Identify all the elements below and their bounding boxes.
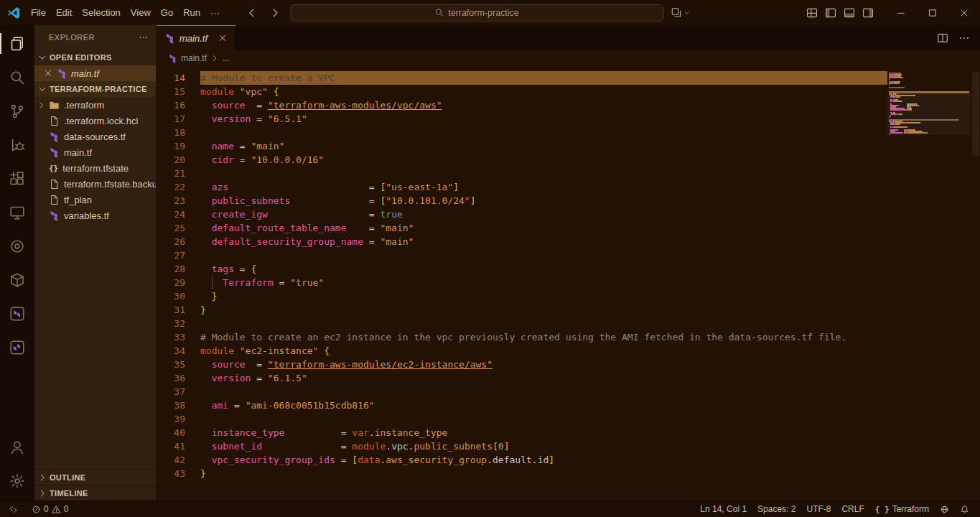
menu-run[interactable]: Run — [178, 5, 205, 20]
code-line-21[interactable]: 21 — [157, 167, 887, 180]
code-line-28[interactable]: 28 tags = { — [157, 262, 887, 276]
activity-run-debug-icon[interactable] — [0, 128, 34, 162]
code-line-41[interactable]: 41 subnet_id = module.vpc.public_subnets… — [157, 439, 887, 453]
code-line-17[interactable]: 17 version = "6.5.1" — [157, 112, 887, 126]
menu-file[interactable]: File — [26, 5, 51, 20]
code-line-24[interactable]: 24 create_igw = true — [157, 208, 887, 221]
code-editor[interactable]: 14# Module to create a VPC15module "vpc"… — [157, 66, 980, 500]
activity-extensions-icon[interactable] — [0, 162, 34, 195]
activity-terraform-ext-icon[interactable] — [0, 297, 34, 330]
code-line-25[interactable]: 25 default_route_table_name = "main" — [157, 221, 887, 235]
encoding[interactable]: UTF-8 — [803, 504, 834, 514]
breadcrumb-more[interactable]: ... — [223, 53, 230, 63]
file-row[interactable]: .terraform.lock.hcl — [34, 113, 156, 129]
activity-remote-explorer-icon[interactable] — [0, 195, 34, 229]
minimap[interactable] — [887, 71, 971, 500]
problems-indicator[interactable]: 0 0 — [28, 504, 72, 514]
code-line-15[interactable]: 15module "vpc" { — [157, 85, 887, 98]
code-line-18[interactable]: 18 — [157, 126, 887, 139]
line-number: 17 — [157, 112, 185, 126]
code-line-20[interactable]: 20 cidr = "10.0.0.0/16" — [157, 153, 887, 167]
code-line-38[interactable]: 38 ami = "ami-068c0051b15cdb816" — [157, 399, 887, 412]
close-window-button[interactable] — [948, 0, 980, 25]
file-row[interactable]: variables.tf — [34, 208, 156, 223]
section-workspace[interactable]: TERRAFORM-PRACTICE — [34, 81, 156, 97]
toggle-primary-sidebar-icon[interactable] — [825, 7, 836, 19]
section-outline[interactable]: OUTLINE — [34, 469, 156, 485]
file-row[interactable]: terraform.tfstate.backup — [34, 176, 156, 192]
live-share-indicator[interactable] — [936, 505, 953, 514]
notifications-bell[interactable] — [956, 505, 973, 514]
tab-main-tf[interactable]: main.tf — [157, 25, 236, 50]
breadcrumb[interactable]: main.tf ... — [157, 50, 980, 66]
code-line-43[interactable]: 43} — [157, 467, 887, 480]
code-line-19[interactable]: 19 name = "main" — [157, 139, 887, 153]
minimize-button[interactable] — [885, 0, 917, 25]
close-icon[interactable] — [43, 68, 53, 78]
activity-search-icon[interactable] — [0, 60, 34, 94]
more-actions-icon[interactable] — [958, 32, 970, 44]
chevron-down-icon — [37, 52, 47, 62]
activity-terraform-cloud-icon[interactable] — [0, 330, 34, 364]
menu-edit[interactable]: Edit — [51, 5, 77, 20]
code-line-23[interactable]: 23 public_subnets = ["10.0.101.0/24"] — [157, 194, 887, 208]
remote-indicator[interactable] — [6, 505, 22, 514]
code-line-22[interactable]: 22 azs = ["us-east-1a"] — [157, 180, 887, 194]
language-mode[interactable]: { } Terraform — [872, 504, 933, 514]
customize-layout-icon[interactable] — [806, 7, 818, 19]
back-icon[interactable] — [246, 7, 258, 19]
code-line-35[interactable]: 35 source = "terraform-aws-modules/ec2-i… — [157, 358, 887, 371]
file-row[interactable]: main.tf — [34, 144, 156, 160]
code-line-37[interactable]: 37 — [157, 385, 887, 399]
code-line-29[interactable]: 29 Terraform = "true" — [157, 276, 887, 289]
file-row[interactable]: tf_plan — [34, 192, 156, 208]
code-line-27[interactable]: 27 — [157, 248, 887, 262]
search-value: terraform-practice — [448, 8, 519, 18]
activity-explorer-icon[interactable] — [0, 27, 34, 60]
code-line-30[interactable]: 30 } — [157, 289, 887, 303]
file-row[interactable]: data-sources.tf — [34, 129, 156, 144]
indentation[interactable]: Spaces: 2 — [754, 504, 799, 514]
menu-go[interactable]: Go — [156, 5, 178, 20]
scrollbar[interactable] — [971, 71, 980, 500]
toggle-panel-icon[interactable] — [844, 7, 855, 19]
activity-source-control-icon[interactable] — [0, 94, 34, 128]
activity-containers-icon[interactable] — [0, 263, 34, 297]
activity-settings-icon[interactable] — [0, 464, 34, 498]
scrollbar-slider[interactable] — [972, 71, 979, 156]
line-number: 14 — [157, 71, 185, 85]
explorer-more-icon[interactable] — [139, 32, 149, 42]
code-line-40[interactable]: 40 instance_type = var.instance_type — [157, 426, 887, 439]
code-line-42[interactable]: 42 vpc_security_group_ids = [data.aws_se… — [157, 453, 887, 467]
code-line-33[interactable]: 33# Module to create an ec2 instance in … — [157, 330, 887, 344]
menu-view[interactable]: View — [126, 5, 156, 20]
code-line-36[interactable]: 36 version = "6.1.5" — [157, 371, 887, 385]
code-line-31[interactable]: 31} — [157, 303, 887, 317]
line-number: 28 — [157, 262, 185, 276]
open-editor-main-tf[interactable]: main.tf — [34, 65, 156, 81]
close-icon[interactable] — [218, 33, 228, 43]
forward-icon[interactable] — [269, 7, 281, 19]
maximize-button[interactable] — [917, 0, 948, 25]
code-line-34[interactable]: 34module "ec2-instance" { — [157, 344, 887, 358]
toggle-secondary-sidebar-icon[interactable] — [862, 7, 874, 19]
activity-circle-ext-icon[interactable] — [0, 229, 34, 263]
editor-layout-button[interactable] — [671, 7, 690, 19]
code-line-16[interactable]: 16 source = "terraform-aws-modules/vpc/a… — [157, 98, 887, 112]
code-line-39[interactable]: 39 — [157, 412, 887, 426]
split-editor-icon[interactable] — [937, 32, 948, 44]
command-center-search[interactable]: terraform-practice — [290, 4, 663, 22]
eol-sequence[interactable]: CRLF — [838, 504, 867, 514]
code-line-26[interactable]: 26 default_security_group_name = "main" — [157, 235, 887, 248]
menu-more[interactable]: ··· — [205, 5, 225, 20]
cursor-position[interactable]: Ln 14, Col 1 — [696, 504, 750, 514]
file-row[interactable]: {}terraform.tfstate — [34, 160, 156, 176]
activity-accounts-icon[interactable] — [0, 430, 34, 464]
breadcrumb-file[interactable]: main.tf — [181, 53, 207, 63]
code-line-32[interactable]: 32 — [157, 317, 887, 330]
section-timeline[interactable]: TIMELINE — [34, 485, 156, 500]
file-row[interactable]: .terraform — [34, 97, 156, 113]
section-open-editors[interactable]: OPEN EDITORS — [34, 50, 156, 65]
menu-selection[interactable]: Selection — [77, 5, 125, 20]
code-line-14[interactable]: 14# Module to create a VPC — [157, 71, 887, 85]
